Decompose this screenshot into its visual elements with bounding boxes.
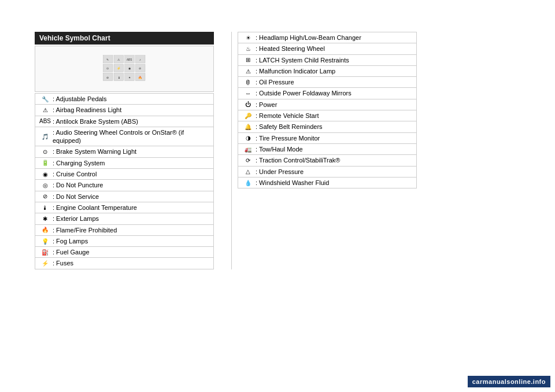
symbol-icon: 🚛 <box>242 146 254 153</box>
symbol-label: : Remote Vehicle Start <box>256 112 319 120</box>
list-item: 🔧: Adjustable Pedals <box>35 93 214 105</box>
list-item: ↔: Outside Power Foldaway Mirrors <box>238 88 417 99</box>
symbol-icon: 🔥 <box>39 226 51 234</box>
symbol-icon: ⏻ <box>242 101 254 108</box>
symbol-label: : Cruise Control <box>53 170 97 178</box>
left-rows: 🔧: Adjustable Pedals⚠: Airbag Readiness … <box>35 93 214 269</box>
list-item: ⏻: Power <box>238 99 417 110</box>
section-header: Vehicle Symbol Chart <box>35 32 214 45</box>
symbol-icon: ⚠ <box>39 106 51 114</box>
symbol-label: : Antilock Brake System (ABS) <box>53 117 138 125</box>
list-item: ⚠: Airbag Readiness Light <box>35 105 214 116</box>
symbol-label: : Airbag Readiness Light <box>53 106 121 114</box>
list-item: ♨: Heated Steering Wheel <box>238 43 417 54</box>
symbol-icon: 💡 <box>39 238 51 245</box>
symbol-label: : Heated Steering Wheel <box>256 45 325 53</box>
list-item: 🚛: Tow/Haul Mode <box>238 144 417 155</box>
list-item: ABS: Antilock Brake System (ABS) <box>35 116 214 127</box>
symbol-image-area: ✎ ⚠ ABS ♪ ⊙ ⚡ ◉ ⊘ ⊘ 🌡 ✦ 🔥 <box>35 46 214 92</box>
column-divider <box>231 32 232 269</box>
symbol-label: : Fog Lamps <box>53 237 88 245</box>
symbol-icon: 🎵 <box>39 133 51 140</box>
symbol-label: : Engine Coolant Temperature <box>53 204 137 212</box>
svg-text:⊘: ⊘ <box>106 76 109 79</box>
symbol-label: : Charging System <box>53 159 105 167</box>
svg-text:ABS: ABS <box>127 58 132 61</box>
symbol-icon: △ <box>242 168 254 175</box>
list-item: ⛽: Fuel Gauge <box>35 247 214 258</box>
symbol-icon: ABS <box>39 117 51 125</box>
symbol-icon: ✱ <box>39 215 51 223</box>
symbol-icon: 💧 <box>242 179 254 187</box>
svg-text:✦: ✦ <box>128 76 131 79</box>
right-column: ☀: Headlamp High/Low-Beam Changer♨: Heat… <box>238 32 417 269</box>
right-rows: ☀: Headlamp High/Low-Beam Changer♨: Heat… <box>238 32 417 188</box>
symbol-icon: ♨ <box>242 45 254 53</box>
symbol-icon: ☀ <box>242 34 254 42</box>
symbol-label: : Tire Pressure Monitor <box>256 134 320 142</box>
svg-text:✎: ✎ <box>106 58 109 61</box>
list-item: ⊘: Do Not Service <box>35 191 214 202</box>
watermark: carmanualsonline.info <box>468 376 550 387</box>
list-item: ✱: Exterior Lamps <box>35 213 214 224</box>
symbol-label: : Brake System Warning Light <box>53 147 136 156</box>
symbol-label: : Exterior Lamps <box>53 215 99 223</box>
left-column: Vehicle Symbol Chart <box>35 32 214 269</box>
symbol-illustration: ✎ ⚠ ABS ♪ ⊙ ⚡ ◉ ⊘ ⊘ 🌡 ✦ 🔥 <box>101 49 147 89</box>
symbol-icon: ⛽ <box>39 249 51 256</box>
list-item: ☀: Headlamp High/Low-Beam Changer <box>238 32 417 43</box>
svg-text:♪: ♪ <box>139 58 141 61</box>
symbol-icon: ⊘ <box>39 193 51 200</box>
svg-text:⚡: ⚡ <box>117 66 121 71</box>
symbol-label: : Traction Control/StabiliTrak® <box>256 156 340 164</box>
svg-text:🌡: 🌡 <box>117 76 120 79</box>
list-item: 💡: Fog Lamps <box>35 236 214 247</box>
list-item: 🛢: Oil Pressure <box>238 77 417 88</box>
symbol-label: : Adjustable Pedals <box>53 95 107 103</box>
symbol-label: : Headlamp High/Low-Beam Changer <box>256 34 361 42</box>
list-item: 🔑: Remote Vehicle Start <box>238 110 417 121</box>
symbol-icon: 🔑 <box>242 112 254 120</box>
symbol-label: : Oil Pressure <box>256 78 294 86</box>
symbol-label: : Power <box>256 101 277 109</box>
symbol-icon: 🔔 <box>242 123 254 131</box>
svg-text:⊘: ⊘ <box>139 66 141 70</box>
symbol-label: : Tow/Haul Mode <box>256 145 303 153</box>
symbol-icon: ◎ <box>39 182 51 189</box>
list-item: 🌡: Engine Coolant Temperature <box>35 202 214 213</box>
symbol-icon: ↔ <box>242 90 254 97</box>
symbol-icon: ⚡ <box>39 260 51 267</box>
list-item: ⊙: Brake System Warning Light <box>35 146 214 157</box>
symbol-icon: 🔋 <box>39 159 51 167</box>
symbol-icon: ⚠ <box>242 68 254 75</box>
list-item: ⚡: Fuses <box>35 258 214 269</box>
svg-text:🔥: 🔥 <box>138 76 142 80</box>
symbol-label: : Under Pressure <box>256 168 304 176</box>
page: Vehicle Symbol Chart <box>0 0 555 392</box>
symbol-label: : Flame/Fire Prohibited <box>53 226 117 234</box>
symbol-label: : Audio Steering Wheel Controls or OnSta… <box>53 128 210 145</box>
symbol-icon: ⊞ <box>242 56 254 64</box>
list-item: ◎: Do Not Puncture <box>35 180 214 191</box>
list-item: 🔋: Charging System <box>35 158 214 169</box>
symbol-label: : Do Not Service <box>53 193 99 201</box>
symbol-label: : Windshield Washer Fluid <box>256 179 329 187</box>
list-item: 🔥: Flame/Fire Prohibited <box>35 225 214 236</box>
symbol-icon: ◑ <box>242 134 254 142</box>
list-item: 💧: Windshield Washer Fluid <box>238 177 417 188</box>
list-item: △: Under Pressure <box>238 167 417 177</box>
list-item: ◉: Cruise Control <box>35 169 214 180</box>
list-item: ⟳: Traction Control/StabiliTrak® <box>238 155 417 166</box>
symbol-label: : LATCH System Child Restraints <box>256 56 349 64</box>
symbol-icon: 🌡 <box>39 204 51 212</box>
symbol-icon: ⟳ <box>242 157 254 164</box>
symbol-icon: 🔧 <box>39 95 51 103</box>
list-item: 🎵: Audio Steering Wheel Controls or OnSt… <box>35 127 214 147</box>
list-item: 🔔: Safety Belt Reminders <box>238 121 417 132</box>
list-item: ⊞: LATCH System Child Restraints <box>238 55 417 66</box>
symbol-label: : Safety Belt Reminders <box>256 123 323 131</box>
svg-text:⊙: ⊙ <box>106 66 109 70</box>
list-item: ◑: Tire Pressure Monitor <box>238 133 417 144</box>
list-item: ⚠: Malfunction Indicator Lamp <box>238 66 417 77</box>
symbol-icon: ⊙ <box>39 148 51 156</box>
